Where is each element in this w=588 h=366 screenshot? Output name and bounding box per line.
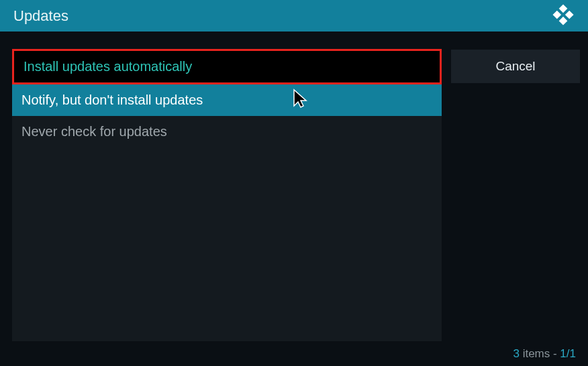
cancel-label: Cancel [495,59,535,73]
items-label: items - [520,347,560,360]
svg-rect-1 [565,10,574,19]
option-notify-only[interactable]: Notify, but don't install updates [12,84,442,116]
option-never-check[interactable]: Never check for updates [12,116,442,147]
side-panel: Cancel [451,49,588,341]
option-install-automatically[interactable]: Install updates automatically [12,49,442,84]
item-count: 3 [513,347,519,360]
option-label: Never check for updates [21,124,167,139]
footer-status: 3 items - 1/1 [513,347,576,361]
dialog-title: Updates [13,7,68,25]
option-label: Notify, but don't install updates [21,93,203,107]
cursor-icon [293,88,307,112]
content-area: Install updates automatically Notify, bu… [0,49,588,341]
svg-rect-2 [552,10,561,19]
kodi-logo-icon [552,3,575,29]
dialog-header: Updates [0,0,588,32]
svg-rect-0 [559,4,568,13]
cancel-button[interactable]: Cancel [451,50,580,83]
options-list: Install updates automatically Notify, bu… [12,49,442,341]
option-label: Install updates automatically [23,59,192,74]
page-indicator: 1/1 [560,347,576,360]
svg-rect-3 [559,16,568,25]
